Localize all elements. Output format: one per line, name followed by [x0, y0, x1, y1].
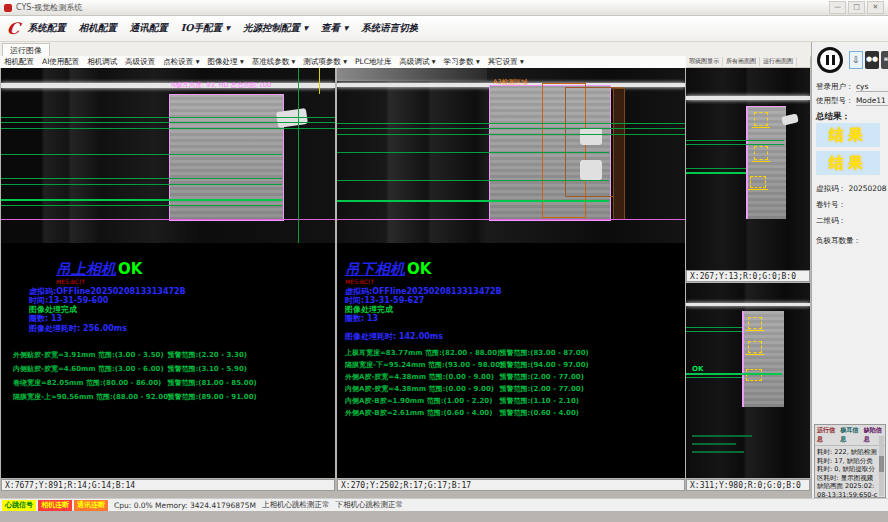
camera-image-background: [1, 68, 335, 243]
toolbar-item[interactable]: 相机调试: [87, 57, 117, 67]
menu-item[interactable]: 相机配置: [79, 22, 117, 35]
exit-icon: ⇤: [884, 54, 888, 64]
thumbnail-view-top[interactable]: [686, 68, 810, 270]
toolbar-item[interactable]: 高级设置: [125, 57, 155, 67]
thumbnail-tab[interactable]: 瑕疵图显示: [686, 57, 723, 66]
status-badge: 心跳信号: [2, 500, 36, 511]
toolbar-item[interactable]: 基准线参数 ▾: [252, 57, 296, 67]
total-result-label: 总结果：: [816, 111, 850, 123]
toolbar-item[interactable]: AI使用配置: [42, 57, 79, 67]
result-display-2: 结果: [816, 151, 880, 175]
log-text-lines: [692, 435, 752, 437]
menu-item[interactable]: 系统配置: [28, 22, 66, 35]
overexposed-band: [686, 96, 810, 100]
model-row: 使用型号： Mode11: [816, 96, 888, 106]
menu-item[interactable]: IO手配置 ▾: [181, 22, 230, 35]
defect-marker-box: [754, 146, 768, 160]
measurement-warn-range: 预警范围:(81.00 - 85.00): [167, 379, 256, 387]
menu-item[interactable]: 光源控制配置 ▾: [243, 22, 308, 35]
toolbar-item[interactable]: 测试项参数 ▾: [303, 57, 347, 67]
light-streak: [337, 68, 487, 81]
toolbar-item[interactable]: 高级调试 ▾: [399, 57, 435, 67]
measurement-warn-range: 预警范围:(1.10 - 2.10): [499, 397, 579, 405]
measurement-value: 隔膜宽度-下=95.24mm 范围:(93.00 - 98.00): [345, 359, 497, 371]
toolbar-item[interactable]: 学习参数 ▾: [444, 57, 480, 67]
guide-line-yellow: [319, 68, 320, 94]
camera-title-text: 吊下相机: [345, 260, 405, 278]
reflection-blob: [580, 128, 602, 145]
guide-line: [337, 123, 685, 124]
guide-line: [686, 331, 742, 332]
camera-view-top[interactable]: N极耳高度: 93, HD 左右间距:100 吊上相机OK MES:BC(T 虚…: [1, 68, 335, 478]
thumbnail-tab[interactable]: 所有画面图: [723, 57, 760, 66]
minimize-icon[interactable]: —: [829, 1, 846, 14]
measurement-value: 上极耳宽度=83.77mm 范围:(82.00 - 88.00): [345, 347, 497, 359]
guide-line: [686, 144, 784, 145]
login-user-value: cys: [856, 82, 888, 92]
measurement-row: 上极耳宽度=83.77mm 范围:(82.00 - 88.00) 预警范围:(8…: [345, 347, 589, 359]
measurement-row: 内侧贴胶-胶宽=4.60mm 范围:(3.00 - 6.00) 预警范围:(3.…: [13, 362, 257, 376]
measurement-warn-range: 预警范围:(3.10 - 5.90): [167, 365, 247, 373]
measurement-value: 卷绕宽度=82.05mm 范围:(80.00 - 86.00): [13, 376, 165, 390]
measurement-warn-range: 预警范围:(94.00 - 97.00): [499, 361, 588, 369]
measurement-warn-range: 预警范围:(2.00 - 77.00): [499, 385, 583, 393]
guide-line: [1, 199, 282, 201]
toolbar-item[interactable]: 点检设置 ▾: [163, 57, 199, 67]
tab-run-image[interactable]: 运行图像: [2, 43, 50, 57]
measurement-row: 内侧A胶-胶宽=4.38mm 范围:(0.00 - 9.00) 预警范围:(2.…: [345, 383, 589, 395]
pause-button[interactable]: [817, 47, 843, 73]
app-logo-icon: C: [6, 19, 21, 38]
thumbnail-tab[interactable]: 运行画面图: [760, 57, 797, 66]
measurement-row: 外侧A胶-胶宽=4.38mm 范围:(0.00 - 9.00) 预警范围:(2.…: [345, 371, 589, 383]
model-value: Mode11: [856, 96, 888, 106]
guide-line: [337, 128, 685, 129]
status-bar: 心跳信号相机连断通讯连断 Cpu: 0.0% Memory: 3424.4179…: [0, 498, 888, 511]
defect-marker-box: [748, 341, 762, 353]
info-scrollbar[interactable]: [879, 436, 884, 496]
app-icon: [4, 4, 12, 12]
cpu-memory-status: Cpu: 0.0% Memory: 3424.41796875M: [114, 501, 256, 510]
camera-title: 吊下相机OK: [345, 260, 431, 279]
toolbar: 相机配置AI使用配置相机调试高级设置点检设置 ▾图像处理 ▾基准线参数 ▾测试项…: [0, 56, 686, 68]
defect-marker-box: [748, 317, 762, 329]
title-bar: CYS-视觉检测系统 — □ ✕: [0, 0, 888, 16]
negative-tab-count-row: 负极耳数量：: [816, 236, 861, 246]
toolbar-item[interactable]: 相机配置: [4, 57, 34, 67]
top-camera-heartbeat: 上相机心跳检测正常: [262, 500, 330, 510]
scrollbar-thumb[interactable]: [879, 456, 884, 472]
model-label: 使用型号：: [816, 96, 854, 105]
machine-post: [613, 88, 625, 220]
guide-line: [686, 373, 782, 375]
overexposed-band: [686, 303, 810, 306]
toolbar-item[interactable]: 图像处理 ▾: [208, 57, 244, 67]
guide-line: [1, 178, 282, 179]
app-window: CYS-视觉检测系统 — □ ✕ C 系统配置相机配置通讯配置IO手配置 ▾光源…: [0, 0, 888, 522]
logout-button[interactable]: ⇤: [881, 51, 888, 69]
baseline-magenta: [1, 219, 335, 220]
info-tab[interactable]: 极耳信息: [840, 426, 859, 444]
monitor-button[interactable]: ●●: [865, 51, 879, 69]
thumbnail-tab-strip: 瑕疵图显示所有画面图运行画面图: [686, 56, 810, 68]
mes-tag: MES:BC(T: [56, 278, 85, 285]
info-tab[interactable]: 运行信息: [817, 426, 836, 444]
measurement-value: 内侧贴胶-胶宽=4.60mm 范围:(3.00 - 6.00): [13, 362, 165, 376]
camera-view-bottom[interactable]: A3检测区域 吊下相机OK MES:BC(T 虚拟码:OFFline202502…: [337, 68, 685, 478]
maximize-icon[interactable]: □: [848, 1, 865, 14]
camera-title-text: 吊上相机: [56, 260, 116, 278]
menu-item[interactable]: 通讯配置: [130, 22, 168, 35]
virtual-code-row: 虚拟码： 20250208: [816, 184, 887, 194]
guide-line: [1, 117, 335, 118]
toolbar-item[interactable]: 其它设置 ▾: [488, 57, 524, 67]
menu-item[interactable]: 系统语言切换: [361, 22, 418, 35]
thumbnail-view-bottom[interactable]: OK: [686, 283, 810, 478]
window-title: CYS-视觉检测系统: [16, 2, 82, 13]
close-icon[interactable]: ✕: [867, 1, 884, 14]
guide-line: [337, 180, 609, 181]
bottom-camera-heartbeat: 下相机心跳检测正常: [336, 500, 404, 510]
process-elapsed: 图像处理耗时: 256.00ms: [29, 323, 127, 334]
save-image-button[interactable]: ⇩: [849, 51, 863, 69]
menu-item[interactable]: 查看 ▾: [321, 22, 348, 35]
menu-bar: C 系统配置相机配置通讯配置IO手配置 ▾光源控制配置 ▾查看 ▾系统语言切换: [0, 16, 888, 42]
toolbar-item[interactable]: PLC地址库: [355, 57, 391, 67]
control-panel: ⇩ ●● ⇤ 登录用户： cys 使用型号： Mode11 总结果： 结果 结果…: [811, 42, 888, 498]
